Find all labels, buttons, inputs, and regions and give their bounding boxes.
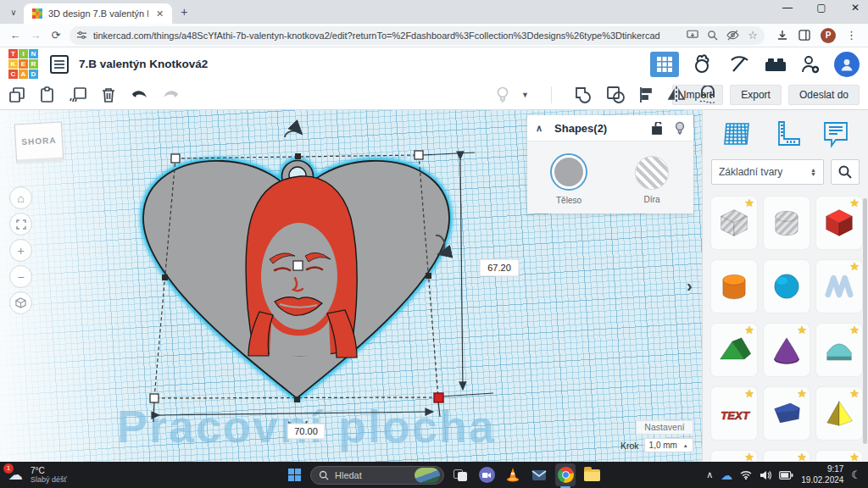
zoom-in-button[interactable]: + bbox=[9, 239, 32, 262]
delete-icon[interactable] bbox=[101, 86, 116, 103]
lightbulb-icon[interactable] bbox=[496, 86, 509, 103]
favorite-star-icon[interactable]: ★ bbox=[797, 324, 807, 336]
shape-tile-polygon-navy[interactable]: ★ bbox=[764, 387, 810, 440]
notes-tool-icon[interactable] bbox=[822, 120, 849, 149]
favorite-star-icon[interactable]: ★ bbox=[849, 197, 860, 209]
back-button[interactable]: ← bbox=[5, 29, 25, 42]
shape-category-dropdown[interactable]: Základní tvary ▲▼ bbox=[711, 159, 824, 185]
perspective-toggle-button[interactable] bbox=[9, 291, 32, 314]
view-home-button[interactable]: ⌂ bbox=[9, 186, 32, 209]
bookmark-star-icon[interactable]: ☆ bbox=[748, 29, 758, 42]
fit-view-button[interactable] bbox=[9, 213, 32, 236]
eye-hidden-icon[interactable] bbox=[726, 30, 739, 41]
undo-icon[interactable] bbox=[130, 87, 148, 103]
favorite-star-icon[interactable]: ★ bbox=[744, 451, 754, 462]
ungroup-icon[interactable] bbox=[606, 86, 626, 104]
install-app-icon[interactable] bbox=[687, 30, 698, 41]
tab-search-button[interactable]: ∨ bbox=[7, 6, 20, 19]
shape-tile-pyramid-yellow[interactable]: ★ bbox=[816, 387, 862, 440]
favorite-star-icon[interactable]: ★ bbox=[797, 387, 807, 400]
design-canvas[interactable]: Pracovní plocha bbox=[0, 110, 702, 462]
show-hide-icon[interactable] bbox=[675, 121, 685, 135]
mode-3d-button[interactable] bbox=[650, 52, 679, 77]
tinkercad-logo[interactable]: TINKERCAD bbox=[8, 49, 38, 79]
shape-tile-sphere-blue[interactable] bbox=[764, 260, 810, 313]
vlc-app-button[interactable] bbox=[503, 463, 523, 486]
start-button[interactable] bbox=[284, 463, 304, 486]
copy-icon[interactable] bbox=[8, 86, 25, 103]
shape-tile-box-striped[interactable]: ★ bbox=[711, 197, 757, 249]
teams-app-button[interactable] bbox=[476, 463, 497, 486]
favorite-star-icon[interactable]: ★ bbox=[744, 387, 754, 400]
favorite-star-icon[interactable]: ★ bbox=[849, 387, 860, 400]
favorite-star-icon[interactable]: ★ bbox=[849, 451, 860, 462]
window-close-button[interactable]: ✕ bbox=[848, 2, 863, 14]
shape-search-button[interactable] bbox=[831, 159, 860, 185]
weather-widget[interactable]: ☁ 1 7°C Slabý déšť bbox=[7, 466, 67, 485]
taskbar-search[interactable]: Hledat bbox=[310, 466, 444, 485]
shape-mode-solid[interactable]: Těleso bbox=[527, 153, 610, 205]
magnet-icon[interactable] bbox=[698, 86, 718, 104]
shape-tile-partial[interactable]: ★ bbox=[816, 451, 862, 462]
window-maximize-button[interactable]: ▢ bbox=[814, 2, 829, 14]
shape-tile-text-red[interactable]: ★TEXT bbox=[711, 387, 757, 440]
new-tab-button[interactable]: + bbox=[181, 5, 187, 19]
zoom-icon[interactable] bbox=[707, 30, 718, 41]
duplicate-icon[interactable] bbox=[69, 86, 87, 103]
redo-icon[interactable] bbox=[162, 87, 181, 103]
wifi-icon[interactable] bbox=[740, 470, 752, 480]
volume-icon[interactable] bbox=[760, 470, 771, 480]
workplane-tool-icon[interactable] bbox=[722, 121, 751, 148]
view-cube[interactable]: SHORA bbox=[14, 122, 64, 164]
export-button[interactable]: Export bbox=[730, 85, 782, 105]
lego-brick-icon[interactable] bbox=[765, 57, 787, 72]
snap-step-dropdown[interactable]: 1,0 mm ▲ bbox=[644, 438, 693, 452]
design-menu-button[interactable] bbox=[50, 55, 69, 74]
side-panel-icon[interactable] bbox=[798, 30, 810, 41]
paste-icon[interactable] bbox=[39, 86, 55, 103]
browser-menu-icon[interactable]: ⋮ bbox=[846, 29, 857, 42]
grid-settings-button[interactable]: Nastavení bbox=[636, 420, 693, 435]
group-icon[interactable] bbox=[574, 86, 594, 104]
url-text[interactable]: tinkercad.com/things/a48ScYfAthi-7b-vale… bbox=[93, 30, 687, 41]
shape-tile-round-roof-teal[interactable]: ★ bbox=[816, 324, 862, 376]
chrome-app-button[interactable] bbox=[555, 463, 576, 486]
shape-tile-scribble[interactable]: ★ bbox=[816, 260, 862, 313]
panel-collapse-icon[interactable]: ∧ bbox=[536, 123, 542, 134]
file-explorer-button[interactable] bbox=[581, 463, 602, 486]
taskbar-clock[interactable]: 9:17 19.02.2024 bbox=[801, 464, 843, 485]
user-avatar[interactable] bbox=[834, 52, 860, 77]
zoom-out-button[interactable]: − bbox=[9, 265, 32, 288]
site-settings-icon[interactable] bbox=[76, 30, 87, 41]
align-icon[interactable] bbox=[638, 86, 655, 103]
onedrive-cloud-icon[interactable]: ☁ bbox=[721, 469, 732, 482]
battery-icon[interactable] bbox=[779, 471, 793, 480]
browser-tab[interactable]: TINKERCAD 3D design 7.B valentýn Knotko … bbox=[24, 3, 172, 24]
reload-button[interactable]: ⟳ bbox=[46, 29, 66, 42]
favorite-star-icon[interactable]: ★ bbox=[849, 260, 860, 273]
favorite-star-icon[interactable]: ★ bbox=[744, 197, 754, 209]
shape-tile-partial[interactable]: ★ bbox=[764, 451, 810, 462]
sidebar-collapse-handle[interactable]: › bbox=[687, 276, 693, 296]
favorite-star-icon[interactable]: ★ bbox=[797, 451, 807, 462]
lightbulb-dropdown-icon[interactable]: ▼ bbox=[521, 91, 529, 99]
sidebar-scrollbar[interactable] bbox=[863, 198, 867, 444]
shape-tile-cone-purple[interactable]: ★ bbox=[764, 324, 810, 376]
browser-profile-avatar[interactable]: P bbox=[821, 28, 836, 43]
design-title[interactable]: 7.B valentýn Knotková2 bbox=[79, 58, 208, 70]
tray-overflow-icon[interactable]: ∧ bbox=[706, 469, 713, 480]
shape-tile-cylinder-striped[interactable] bbox=[764, 197, 810, 249]
mirror-icon[interactable] bbox=[667, 86, 686, 103]
minecraft-pickaxe-icon[interactable] bbox=[728, 54, 751, 75]
unlock-icon[interactable] bbox=[652, 122, 663, 135]
sim-lab-icon[interactable] bbox=[693, 54, 715, 75]
shape-tile-roof-green[interactable]: ★ bbox=[711, 324, 757, 376]
send-to-button[interactable]: Odeslat do bbox=[788, 85, 860, 105]
ruler-tool-icon[interactable] bbox=[772, 120, 801, 149]
forward-button[interactable]: → bbox=[25, 29, 46, 42]
window-minimize-button[interactable]: — bbox=[780, 2, 795, 14]
downloads-icon[interactable] bbox=[776, 30, 788, 42]
shape-mode-hole[interactable]: Díra bbox=[610, 153, 693, 205]
mail-app-button[interactable] bbox=[529, 463, 549, 486]
address-bar[interactable]: tinkercad.com/things/a48ScYfAthi-7b-vale… bbox=[70, 26, 765, 45]
